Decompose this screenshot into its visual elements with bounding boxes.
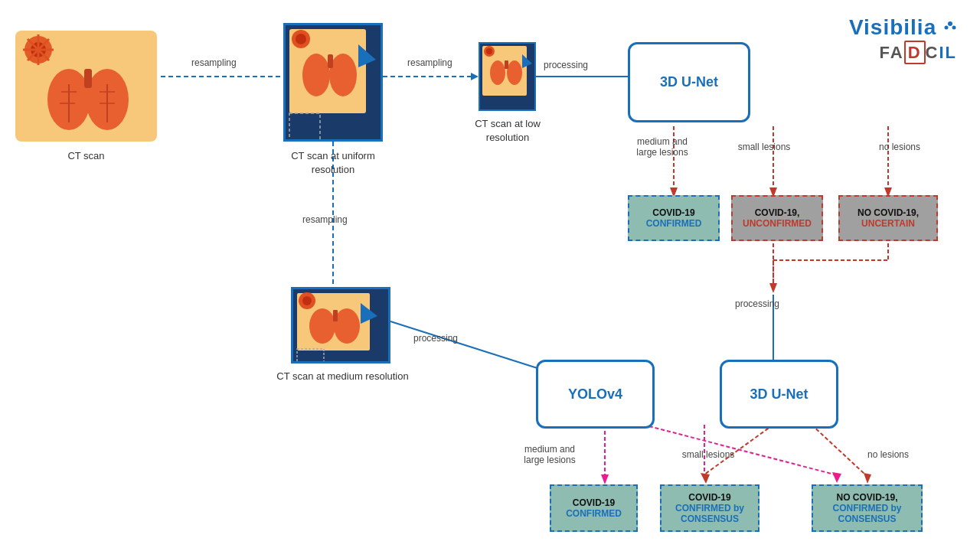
result-title-3: NO COVID-19,: [858, 207, 919, 218]
covid-confirmed-bottom: COVID-19 CONFIRMED: [550, 484, 638, 532]
label-processing3: processing: [735, 298, 779, 309]
svg-marker-31: [832, 472, 841, 483]
ct-scan-original: [15, 31, 157, 142]
svg-marker-27: [701, 473, 710, 484]
ct-uniform-label: CT scan at uniform resolution: [272, 149, 394, 177]
result-title-4: COVID-19: [573, 497, 615, 508]
svg-point-60: [490, 60, 505, 85]
label-resampling3: resampling: [302, 214, 348, 225]
no-covid-consensus: NO COVID-19, CONFIRMED byCONSENSUS: [812, 484, 923, 532]
svg-rect-70: [333, 310, 338, 321]
logo-fadcil: FADCIL: [849, 43, 957, 63]
covid-unconfirmed: COVID-19, UNCONFIRMED: [731, 195, 823, 241]
label-processing2: processing: [413, 333, 458, 344]
result-status-2: UNCONFIRMED: [743, 218, 812, 229]
svg-point-74: [952, 25, 956, 29]
result-status-3: UNCERTAIN: [861, 218, 915, 229]
label-processing1: processing: [544, 60, 588, 70]
result-status-5: CONFIRMED byCONSENSUS: [675, 503, 744, 524]
logo-visibilia: Visibilia: [849, 15, 957, 40]
yolov4: YOLOv4: [536, 360, 655, 429]
result-status-4: CONFIRMED: [566, 508, 622, 519]
svg-point-52: [329, 54, 357, 96]
label-no-lesions-top: no lesions: [869, 142, 930, 152]
label-resampling1: resampling: [191, 57, 237, 68]
label-no-lesions-bottom: no lesions: [858, 449, 919, 460]
svg-point-67: [302, 296, 312, 305]
label-small-lesions-top: small lesions: [730, 142, 799, 152]
svg-point-69: [334, 308, 360, 344]
svg-rect-40: [84, 69, 92, 88]
svg-marker-29: [864, 473, 871, 484]
svg-marker-18: [769, 283, 777, 293]
result-title-1: COVID-19: [652, 207, 694, 218]
result-title-2: COVID-19,: [755, 207, 800, 218]
result-status-6: CONFIRMED byCONSENSUS: [833, 503, 902, 524]
svg-point-51: [302, 54, 330, 96]
svg-point-75: [945, 25, 949, 29]
ct-low-box: [479, 42, 536, 111]
label-small-lesions-bottom: small lesions: [674, 449, 743, 460]
label-medium-large-bottom: medium andlarge lesions: [511, 444, 588, 465]
svg-point-61: [507, 60, 522, 85]
ct-uniform-box: [283, 23, 383, 142]
result-status-1: CONFIRMED: [646, 218, 702, 229]
result-title-5: COVID-19: [688, 492, 730, 503]
logo-area: Visibilia FADCIL: [849, 15, 957, 63]
svg-point-68: [309, 308, 335, 344]
label-resampling2: resampling: [407, 57, 452, 68]
ct-medium-box: [291, 287, 390, 364]
svg-point-73: [948, 21, 952, 26]
svg-point-59: [486, 48, 492, 54]
svg-point-50: [296, 34, 306, 44]
result-title-6: NO COVID-19,: [836, 492, 897, 503]
svg-rect-62: [505, 60, 508, 69]
svg-marker-3: [471, 73, 479, 80]
ct-scan-label: CT scan: [15, 149, 157, 163]
ct-medium-label: CT scan at medium resolution: [276, 370, 410, 383]
covid-consensus: COVID-19 CONFIRMED byCONSENSUS: [660, 484, 760, 532]
svg-rect-53: [328, 54, 333, 68]
label-medium-large-top: medium andlarge lesions: [628, 136, 697, 158]
unet-top: 3D U-Net: [628, 42, 750, 122]
svg-marker-24: [601, 474, 609, 484]
no-covid-uncertain: NO COVID-19, UNCERTAIN: [838, 195, 938, 241]
ct-low-label: CT scan at low resolution: [466, 117, 550, 145]
svg-line-19: [390, 321, 559, 375]
unet-bottom: 3D U-Net: [720, 360, 838, 429]
covid-confirmed-top: COVID-19 CONFIRMED: [628, 195, 720, 241]
